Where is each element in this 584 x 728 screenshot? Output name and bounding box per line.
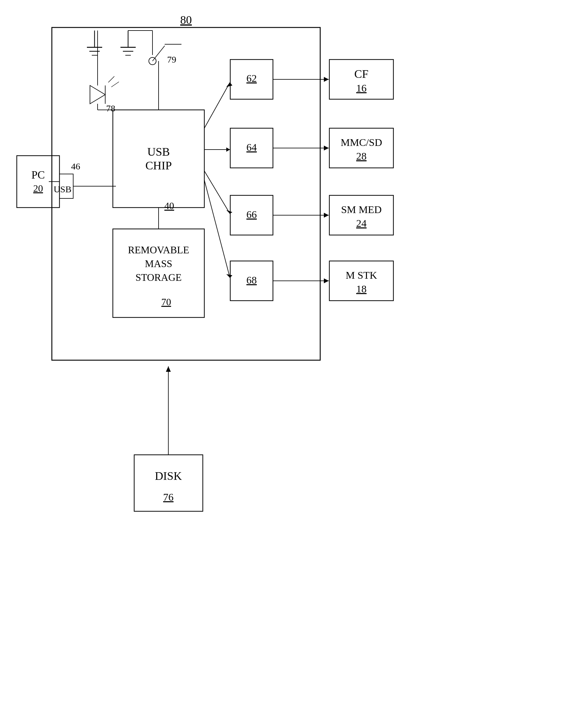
pc-label: PC: [31, 169, 45, 181]
label-40: 40: [164, 200, 174, 211]
label-79: 79: [167, 54, 176, 64]
smmed-sublabel: 24: [356, 218, 367, 229]
label-78: 78: [106, 103, 115, 113]
svg-rect-0: [0, 0, 584, 728]
usb-chip-label: USB: [147, 145, 170, 158]
disk-sublabel: 76: [163, 491, 173, 503]
label-70: 70: [161, 296, 171, 307]
usb-chip-label2: CHIP: [145, 159, 172, 172]
pc-sublabel: 20: [33, 183, 43, 194]
mmcsd-label: MMC/SD: [341, 137, 382, 148]
mstk-sublabel: 18: [356, 283, 367, 294]
label-64: 64: [246, 141, 257, 153]
usb-label: USB: [54, 184, 72, 194]
mstk-label: M STK: [346, 269, 377, 281]
cf-sublabel: 16: [356, 82, 367, 94]
smmed-label: SM MED: [341, 204, 382, 215]
label-66: 66: [246, 209, 257, 220]
removable-label3: STORAGE: [135, 272, 182, 283]
label-80: 80: [180, 14, 192, 26]
removable-label1: REMOVABLE: [128, 244, 189, 256]
label-62: 62: [246, 73, 257, 84]
label-46: 46: [71, 161, 80, 171]
mmcsd-sublabel: 28: [356, 151, 367, 162]
removable-label2: MASS: [145, 258, 172, 269]
disk-label: DISK: [155, 469, 182, 482]
cf-label: CF: [354, 68, 368, 80]
label-68: 68: [246, 275, 257, 286]
diagram-container: 80 PC 20 USB 46 USB CHIP 40 REMOVABLE MA…: [0, 0, 584, 728]
